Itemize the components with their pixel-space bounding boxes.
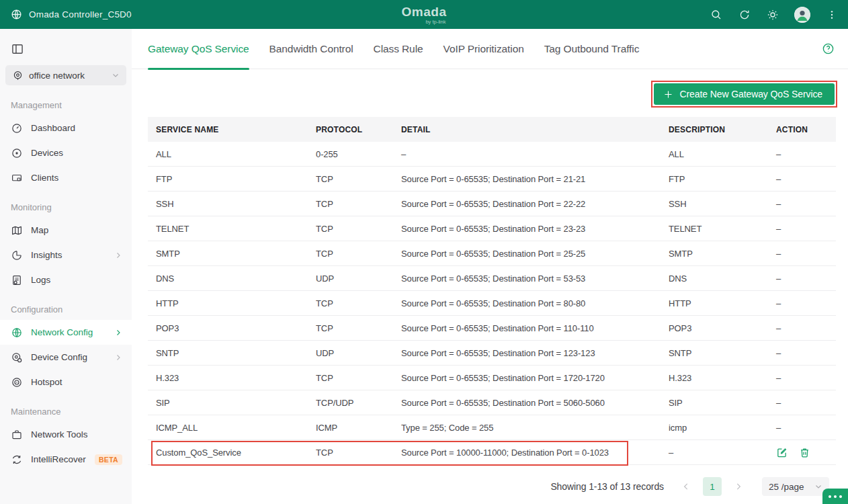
site-selector[interactable]: office network [5,65,126,85]
tab-class-rule[interactable]: Class Rule [374,29,423,69]
help-icon[interactable] [822,42,835,55]
more-icon[interactable] [825,8,839,22]
sidebar-collapse-icon[interactable] [11,42,24,56]
sidebar-item-devices[interactable]: Devices [0,140,132,165]
cell-service-name: ICMP_ALL [148,423,316,433]
per-page-select[interactable]: 25 /page [762,477,829,496]
col-description: DESCRIPTION [669,125,776,134]
cell-protocol: ICMP [316,423,401,433]
chevron-down-icon [814,482,822,491]
cell-detail: Type = 255; Code = 255 [401,423,669,433]
cell-detail: Source Port = 0-65535; Destination Port … [401,398,669,408]
cell-protocol: TCP [316,373,401,383]
table-row: ICMP_ALL ICMP Type = 255; Code = 255 icm… [148,415,836,440]
table-row: H.323 TCP Source Port = 0-65535; Destina… [148,366,836,390]
table-row: HTTP TCP Source Port = 0-65535; Destinat… [148,291,836,316]
cell-detail: Source Port = 0-65535; Destination Port … [401,174,669,184]
floating-more-button[interactable] [822,489,848,504]
cell-protocol: TCP [316,199,401,209]
topbar-actions [710,7,839,23]
page-next-icon[interactable] [734,482,743,491]
topbar: Omada Controller_C5D0 Omada by tp-link [0,0,848,29]
cell-protocol: TCP [316,224,401,234]
sidebar-item-network-tools[interactable]: Network Tools [0,422,132,447]
tab-tag-outbound-traffic[interactable]: Tag Outbound Traffic [544,29,640,69]
sidebar-item-device-config[interactable]: Device Config [0,345,132,370]
col-detail: DETAIL [401,125,669,134]
table-row: DNS UDP Source Port = 0-65535; Destinati… [148,266,836,291]
cell-action: – [776,323,836,333]
cell-service-name: SNTP [148,348,316,358]
edit-icon[interactable] [776,447,788,458]
hotspot-icon [11,376,23,388]
theme-icon[interactable] [766,8,779,22]
cell-description: ALL [669,149,776,159]
cell-detail: Source Port = 10000-11000; Destination P… [401,448,669,458]
table-body: ALL 0-255 – ALL – F [148,142,836,465]
cell-action: – [776,249,836,259]
cell-description: SNTP [669,348,776,358]
table-row: Custom_QoS_Service TCP Source Port = 100… [148,440,836,465]
chevron-right-icon [114,353,122,362]
cell-action: – [776,199,836,209]
search-icon[interactable] [710,8,723,22]
cell-description: SSH [669,199,776,209]
cell-detail: Source Port = 0-65535; Destination Port … [401,249,669,259]
table-row: SIP TCP/UDP Source Port = 0-65535; Desti… [148,390,836,415]
cell-description: icmp [669,423,776,433]
cell-action: – [776,373,836,383]
cell-action: – [776,174,836,184]
tab-voip-prioritization[interactable]: VoIP Prioritization [443,29,524,69]
pagination-bar: Showing 1-13 of 13 records 1 25 /page [132,465,848,496]
tab-bandwidth-control[interactable]: Bandwidth Control [269,29,353,69]
cell-detail: Source Port = 0-65535; Destination Port … [401,298,669,308]
create-gateway-qos-button[interactable]: Create New Gateway QoS Service [654,83,835,105]
sidebar-item-network-config[interactable]: Network Config [0,320,132,345]
network-config-icon [11,327,23,339]
page-number[interactable]: 1 [703,477,722,496]
cell-detail: Source Port = 0-65535; Destination Port … [401,323,669,333]
sidebar-item-dashboard[interactable]: Dashboard [0,116,132,140]
records-summary: Showing 1-13 of 13 records [550,481,664,492]
sidebar-item-clients[interactable]: Clients [0,165,132,190]
avatar[interactable] [794,7,810,23]
sidebar-item-intellirecover[interactable]: IntelliRecover BETA [0,447,132,472]
section-configuration: Configuration [0,292,132,320]
cell-service-name: SIP [148,398,316,408]
table-row: ALL 0-255 – ALL – [148,142,836,167]
main-content: Gateway QoS Service Bandwidth Control Cl… [132,29,848,504]
sidebar-item-map[interactable]: Map [0,218,132,243]
cell-action: – [776,348,836,358]
cell-description: – [669,448,776,458]
cell-description: HTTP [669,298,776,308]
beta-badge: BETA [95,454,122,465]
annotation-box-create-button: Create New Gateway QoS Service [651,81,837,108]
col-action: ACTION [776,125,836,134]
cell-service-name: ALL [148,149,316,159]
cell-protocol: TCP [316,174,401,184]
cell-action: – [776,149,836,159]
refresh-icon[interactable] [738,8,751,22]
sidebar-item-insights[interactable]: Insights [0,243,132,267]
cell-description: POP3 [669,323,776,333]
cell-description: H.323 [669,373,776,383]
tab-gateway-qos-service[interactable]: Gateway QoS Service [148,29,249,69]
chevron-right-icon [114,329,122,337]
chevron-right-icon [114,251,122,259]
map-icon [11,224,23,237]
globe-icon [9,8,23,22]
table-row: SSH TCP Source Port = 0-65535; Destinati… [148,192,836,216]
chevron-down-icon [112,71,120,79]
cell-protocol: TCP [316,448,401,458]
cell-protocol: UDP [316,348,401,358]
cell-service-name: H.323 [148,373,316,383]
cell-detail: Source Port = 0-65535; Destination Port … [401,348,669,358]
intellirecover-icon [11,454,23,466]
toolbar: Create New Gateway QoS Service [132,69,848,108]
delete-icon[interactable] [799,447,810,458]
sidebar-item-logs[interactable]: Logs [0,267,132,292]
sidebar-item-hotspot[interactable]: Hotspot [0,370,132,394]
cell-service-name: FTP [148,174,316,184]
page-prev-icon[interactable] [681,482,691,491]
cell-service-name: POP3 [148,323,316,333]
